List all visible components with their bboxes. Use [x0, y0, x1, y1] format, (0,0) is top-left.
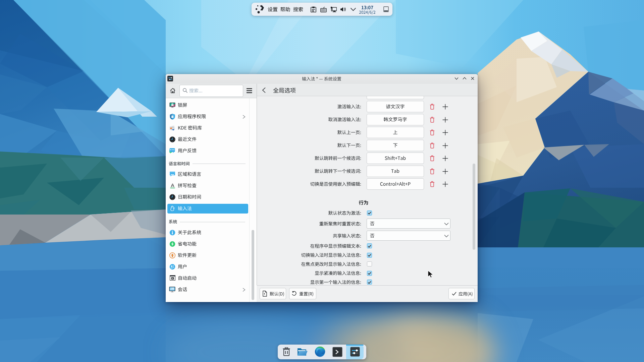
svg-text:A: A [171, 183, 174, 188]
